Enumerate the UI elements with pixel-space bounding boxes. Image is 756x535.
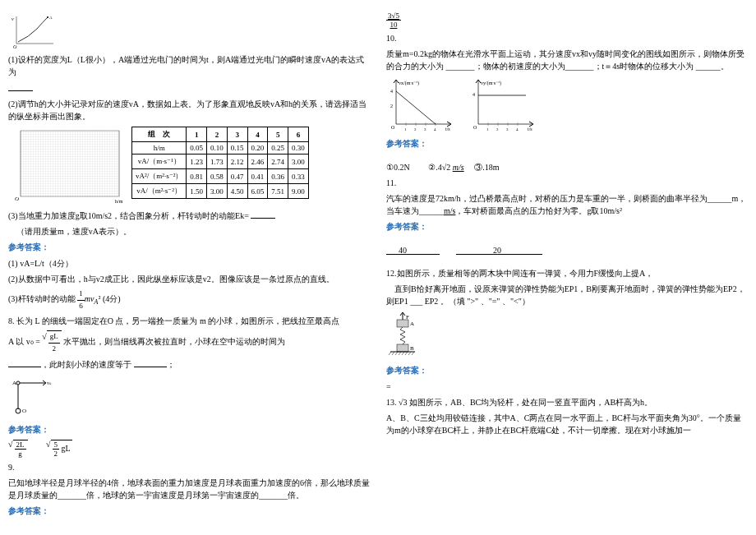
- svg-line-60: [399, 352, 401, 355]
- curve-diagram: v O A: [8, 12, 370, 49]
- q13-text2: A、B、C三处均用铰链连接，其中A、C两点在同一水平面上，BC杆与水平面夹角为3…: [386, 412, 748, 436]
- frac-top: 3√510: [386, 12, 748, 29]
- q11-speed: 72km/h: [436, 194, 461, 203]
- spring-diagram: F A B: [386, 311, 748, 361]
- svg-line-58: [392, 352, 394, 355]
- svg-text:h/m: h/m: [115, 199, 123, 204]
- q11-ms2: m/s²: [607, 206, 621, 215]
- svg-rect-9: [21, 131, 119, 196]
- svg-point-4: [47, 16, 48, 18]
- ans-formula-8: √2Lg √52 gL: [8, 440, 370, 458]
- svg-text:O: O: [13, 44, 17, 49]
- vx-vy-graphs: vx/(m·s⁻¹) O t/s 4 2 1234 vy/(m·s⁻¹) O t…: [386, 76, 748, 134]
- svg-text:A: A: [410, 321, 414, 327]
- q3-text: (3)当地重力加速度g取10m/s2，结合图象分析，杆转动时的动能Ek=: [8, 211, 249, 220]
- svg-text:O: O: [15, 196, 19, 202]
- svg-text:vx/(m·s⁻¹): vx/(m·s⁻¹): [399, 81, 419, 86]
- svg-line-57: [389, 352, 391, 355]
- q11-text3: ，车对桥面最高点的压力恰好为零。g取10: [455, 206, 607, 215]
- q8-text: 8. 长为 L 的细线一端固定在O 点，另一端拴一质量为 m 的小球，如图所示，…: [8, 315, 370, 327]
- q13-lead: √3: [399, 398, 408, 407]
- svg-text:A: A: [49, 16, 53, 20]
- q8-formula1: v₀ = √gL2: [26, 337, 62, 346]
- q2-text: (2)调节h的大小并记录对应的速度vA，数据如上表。为了形象直观地反映vA和h的…: [8, 98, 370, 122]
- svg-text:v: v: [12, 16, 14, 21]
- q3-note: （请用质量m，速度vA表示）。: [8, 225, 370, 238]
- q10-num: 10.: [386, 32, 748, 44]
- q11-text: 汽车的速度是: [386, 194, 436, 203]
- svg-text:2: 2: [496, 127, 499, 131]
- data-table: 组 次123456 h/m0.050.100.150.200.250.30 vA…: [131, 127, 309, 199]
- q9-text: 已知地球半径是月球半径的4倍，地球表面的重力加速度是月球表面重力加速度的6倍，那…: [8, 477, 370, 501]
- a12: =: [386, 380, 748, 393]
- q8-text3: ，此时刻小球的速度等于: [41, 360, 131, 369]
- q3-blank[interactable]: [251, 209, 275, 219]
- q11-unit: m/s: [444, 206, 455, 215]
- svg-text:3: 3: [424, 127, 426, 131]
- svg-line-64: [412, 352, 414, 355]
- q11-num: 11.: [386, 177, 748, 189]
- q1-text: (1)设杆的宽度为L（L很小），A端通过光电门的时间为t，则A端通过光电门的瞬时…: [8, 53, 370, 78]
- q8-blank2[interactable]: [134, 357, 167, 367]
- svg-text:4: 4: [472, 92, 475, 97]
- svg-text:2: 2: [390, 104, 393, 108]
- q13-text: 如图所示，AB、BC均为轻杆，处在同一竖直平面内，AB杆高为h。: [409, 398, 652, 407]
- q1-blank[interactable]: [8, 81, 33, 91]
- svg-rect-52: [397, 320, 408, 327]
- svg-text:1: 1: [404, 127, 407, 131]
- a3-prefix: (3)杆转动时的动能: [8, 294, 76, 303]
- svg-line-59: [395, 352, 398, 355]
- svg-line-26: [396, 91, 436, 124]
- svg-text:2: 2: [414, 127, 417, 131]
- svg-text:t/s: t/s: [528, 127, 532, 131]
- q8-blank1[interactable]: [8, 357, 41, 367]
- a10: ①0.2N ②.4√2 m/s ③.18m: [386, 161, 748, 173]
- a11-2: _________20__________: [456, 246, 542, 255]
- q12-text2: 直到B恰好离开地面，设原来弹簧的弹性势能为EP1，B刚要离开地面时，弹簧的弹性势…: [386, 283, 748, 307]
- svg-text:B: B: [410, 345, 414, 352]
- q9-num: 9.: [8, 461, 370, 473]
- svg-text:v₀: v₀: [47, 380, 52, 385]
- svg-text:t/s: t/s: [445, 127, 450, 131]
- svg-text:4: 4: [390, 89, 393, 94]
- q8-text2: 水平抛出，则当细线再次被拉直时，小球在空中运动的时间为: [63, 337, 285, 346]
- a1: (1) vA=L/t（4分）: [8, 257, 370, 270]
- grid-chart: O h/m: [8, 127, 123, 205]
- svg-point-13: [16, 381, 20, 385]
- q8-text4: ；: [167, 360, 175, 369]
- svg-text:4: 4: [434, 127, 436, 131]
- ans-label-12: 参考答案：: [386, 365, 748, 376]
- a3-formula: 16: [77, 288, 85, 311]
- svg-text:4: 4: [516, 127, 519, 131]
- ans-label-11: 参考答案：: [386, 221, 748, 233]
- pendulum-diagram: A v₀ O: [8, 375, 370, 420]
- svg-text:vy/(m·s⁻¹): vy/(m·s⁻¹): [481, 81, 501, 86]
- ans-label-8: 参考答案：: [8, 424, 370, 436]
- svg-text:O: O: [473, 125, 477, 130]
- q13-num: 13.: [386, 398, 397, 407]
- ans-label-1: 参考答案：: [8, 242, 370, 253]
- a3-postfix: (4分): [103, 294, 121, 303]
- svg-rect-54: [397, 344, 408, 352]
- q12-num: 12.: [386, 269, 397, 278]
- ans-label-9: 参考答案：: [8, 505, 370, 517]
- svg-text:O: O: [22, 408, 26, 414]
- a11-1: ___40________: [386, 246, 440, 255]
- svg-line-63: [408, 352, 411, 355]
- svg-line-61: [402, 352, 404, 355]
- q12-text: 如图所示，质量相等的两木块中间连有一弹簧，今用力F缓慢向上提A，: [397, 269, 654, 278]
- svg-text:3: 3: [506, 127, 509, 131]
- q8-v0: A 以: [8, 337, 24, 346]
- ans-label-10: 参考答案：: [386, 138, 748, 150]
- q10-text: 质量m=0.2kg的物体在光滑水平面上运动，其分速度vx和vy随时间变化的图线如…: [386, 48, 748, 72]
- a2: (2)从数据中可看出，h与v2成正比，因此纵坐标应该是v2。图像应该是一条过原点…: [8, 273, 370, 285]
- svg-text:1: 1: [486, 127, 489, 131]
- svg-line-62: [405, 352, 408, 355]
- svg-text:A: A: [12, 380, 16, 386]
- svg-text:O: O: [391, 125, 395, 130]
